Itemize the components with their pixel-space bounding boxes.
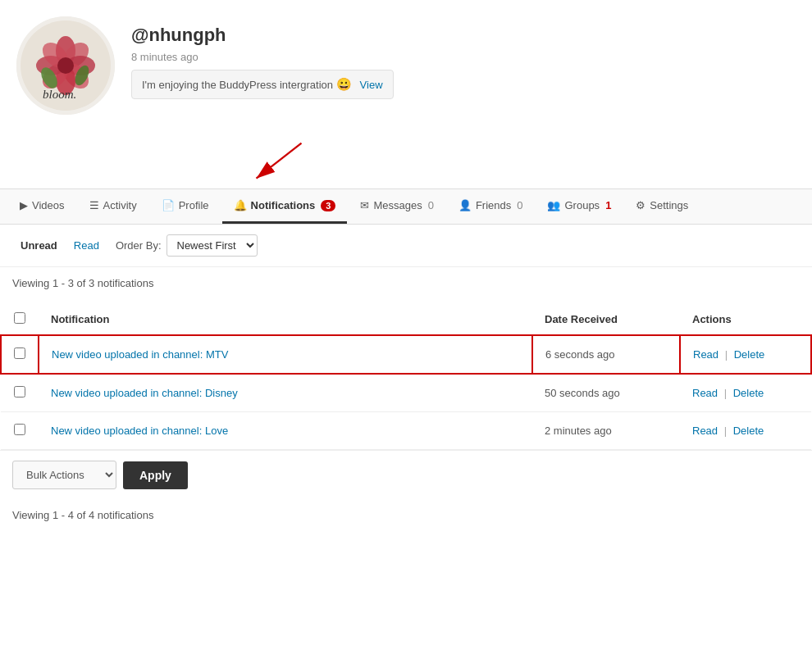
date-header: Date Received bbox=[532, 304, 680, 335]
notification-cell: New video uploaded in channel: MTV bbox=[39, 335, 532, 374]
actions-header: Actions bbox=[680, 304, 811, 335]
person-icon: 👤 bbox=[458, 199, 472, 211]
tab-videos[interactable]: ▶ Videos bbox=[8, 189, 76, 224]
tab-groups-label: Groups bbox=[564, 199, 600, 211]
row-checkbox[interactable] bbox=[14, 424, 25, 435]
tab-friends-label: Friends bbox=[476, 199, 511, 211]
emoji: 😀 bbox=[336, 77, 352, 91]
table-row: New video uploaded in channel: MTV 6 sec… bbox=[1, 335, 811, 374]
profile-area: bloom. @nhungph 8 minutes ago I'm enjoyi… bbox=[0, 0, 812, 139]
tab-videos-label: Videos bbox=[32, 199, 65, 211]
friends-count: 0 bbox=[517, 199, 522, 211]
notification-cell: New video uploaded in channel: Love bbox=[39, 412, 532, 450]
tab-friends[interactable]: 👤 Friends 0 bbox=[447, 189, 535, 224]
nav-tabs: ▶ Videos ☰ Activity 📄 Profile 🔔 Notifica… bbox=[0, 189, 812, 225]
row-checkbox-cell bbox=[1, 335, 39, 374]
notification-link[interactable]: New video uploaded in channel: MTV bbox=[52, 348, 228, 361]
notification-channel[interactable]: Disney bbox=[205, 387, 238, 399]
notification-prefix: New video uploaded in channel: bbox=[51, 387, 205, 399]
tab-notifications[interactable]: 🔔 Notifications 3 bbox=[222, 189, 348, 224]
bulk-actions-select[interactable]: Bulk Actions Mark as Read Delete bbox=[12, 461, 116, 489]
bell-icon: 🔔 bbox=[234, 199, 247, 211]
tab-settings[interactable]: ⚙ Settings bbox=[624, 189, 700, 224]
action-separator: | bbox=[724, 425, 727, 437]
table-row: New video uploaded in channel: Disney 50… bbox=[1, 374, 811, 412]
checkbox-header bbox=[1, 304, 39, 335]
tab-messages-label: Messages bbox=[373, 199, 422, 211]
groups-count: 1 bbox=[605, 199, 611, 211]
action-separator: | bbox=[725, 348, 728, 361]
tab-groups[interactable]: 👥 Groups 1 bbox=[536, 189, 623, 224]
viewing-count-bottom: Viewing 1 - 4 of 4 notifications bbox=[0, 499, 812, 531]
notification-prefix: New video uploaded in channel: bbox=[51, 425, 205, 437]
mail-icon: ✉ bbox=[360, 199, 369, 211]
notifications-table: Notification Date Received Actions New v… bbox=[0, 304, 812, 450]
read-link[interactable]: Read bbox=[66, 235, 107, 256]
profile-time: 8 minutes ago bbox=[131, 51, 796, 63]
date-cell: 6 seconds ago bbox=[532, 335, 680, 374]
order-by-select[interactable]: Newest First Oldest First bbox=[167, 234, 258, 257]
tab-settings-label: Settings bbox=[650, 199, 688, 211]
profile-message-bubble: I'm enjoying the BuddyPress intergration… bbox=[131, 70, 394, 99]
delete-action-link[interactable]: Delete bbox=[733, 387, 764, 399]
read-action-link[interactable]: Read bbox=[693, 348, 718, 361]
tab-profile-label: Profile bbox=[179, 199, 209, 211]
bubble-text: I'm enjoying the BuddyPress intergration… bbox=[142, 77, 352, 92]
svg-line-15 bbox=[257, 143, 302, 179]
notification-prefix: New video uploaded in channel: bbox=[52, 348, 206, 361]
tab-messages[interactable]: ✉ Messages 0 bbox=[349, 189, 445, 224]
gear-icon: ⚙ bbox=[636, 199, 645, 211]
tab-activity-label: Activity bbox=[103, 199, 137, 211]
row-checkbox-cell bbox=[1, 412, 39, 450]
group-icon: 👥 bbox=[547, 199, 560, 211]
actions-cell: Read | Delete bbox=[680, 374, 811, 412]
action-separator: | bbox=[724, 387, 727, 399]
tab-notifications-label: Notifications bbox=[251, 199, 316, 211]
table-header-row: Notification Date Received Actions bbox=[1, 304, 811, 335]
actions-cell: Read | Delete bbox=[680, 335, 811, 374]
play-icon: ▶ bbox=[20, 199, 28, 211]
actions-cell: Read | Delete bbox=[680, 412, 811, 450]
tab-profile[interactable]: 📄 Profile bbox=[150, 189, 221, 224]
table-row: New video uploaded in channel: Love 2 mi… bbox=[1, 412, 811, 450]
svg-point-10 bbox=[57, 57, 74, 74]
profile-info: @nhungph 8 minutes ago I'm enjoying the … bbox=[131, 16, 796, 99]
read-action-link[interactable]: Read bbox=[692, 425, 718, 437]
profile-username: @nhungph bbox=[131, 25, 796, 46]
unread-link[interactable]: Unread bbox=[12, 235, 66, 256]
select-all-checkbox[interactable] bbox=[14, 312, 25, 324]
delete-action-link[interactable]: Delete bbox=[734, 348, 765, 361]
activity-icon: ☰ bbox=[89, 199, 99, 211]
date-value: 6 seconds ago bbox=[545, 348, 615, 361]
messages-count: 0 bbox=[428, 199, 434, 211]
date-cell: 2 minutes ago bbox=[532, 412, 680, 450]
bulk-actions-bar: Bulk Actions Mark as Read Delete Apply bbox=[0, 450, 812, 499]
avatar-image: bloom. bbox=[16, 16, 115, 115]
viewing-count-top: Viewing 1 - 3 of 3 notifications bbox=[0, 267, 812, 296]
profile-icon: 📄 bbox=[162, 199, 175, 211]
view-link[interactable]: View bbox=[360, 79, 383, 91]
notification-link[interactable]: New video uploaded in channel: Love bbox=[51, 425, 228, 437]
svg-text:bloom.: bloom. bbox=[43, 88, 76, 101]
notifications-badge: 3 bbox=[321, 200, 335, 211]
notification-channel[interactable]: Love bbox=[205, 425, 228, 437]
notification-link[interactable]: New video uploaded in channel: Disney bbox=[51, 387, 238, 399]
arrow-area bbox=[0, 139, 812, 189]
notification-header: Notification bbox=[39, 304, 532, 335]
sub-nav: Unread Read Order By: Newest First Oldes… bbox=[0, 225, 812, 267]
apply-button[interactable]: Apply bbox=[123, 461, 188, 489]
avatar: bloom. bbox=[16, 16, 115, 115]
row-checkbox[interactable] bbox=[14, 386, 25, 397]
order-by-label: Order By: bbox=[116, 239, 162, 252]
notification-channel[interactable]: MTV bbox=[206, 348, 228, 361]
row-checkbox[interactable] bbox=[14, 347, 25, 359]
read-action-link[interactable]: Read bbox=[692, 387, 718, 399]
date-value: 50 seconds ago bbox=[545, 387, 620, 399]
date-cell: 50 seconds ago bbox=[532, 374, 680, 412]
red-arrow bbox=[230, 139, 328, 184]
tab-activity[interactable]: ☰ Activity bbox=[78, 189, 148, 224]
delete-action-link[interactable]: Delete bbox=[733, 425, 764, 437]
notification-cell: New video uploaded in channel: Disney bbox=[39, 374, 532, 412]
date-value: 2 minutes ago bbox=[545, 425, 612, 437]
row-checkbox-cell bbox=[1, 374, 39, 412]
